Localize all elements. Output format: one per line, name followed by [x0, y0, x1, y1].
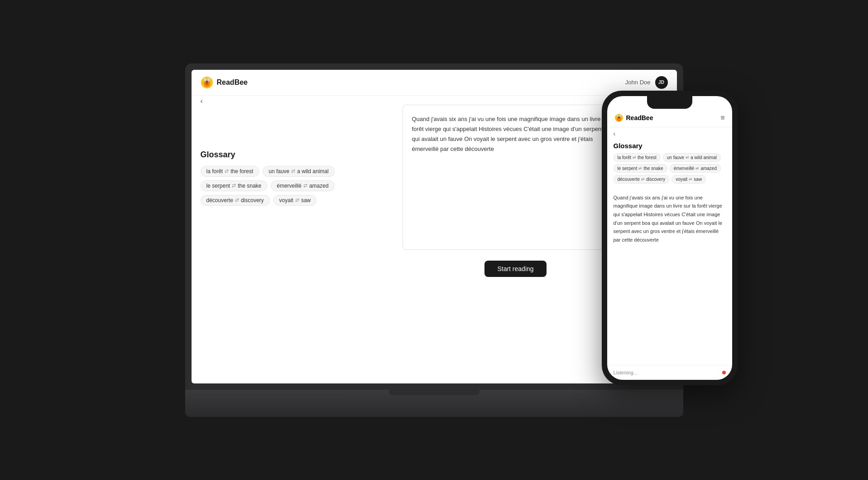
- listening-label: Listening...: [614, 370, 638, 375]
- phone-tag-en: a wild animal: [691, 155, 717, 160]
- user-avatar: JD: [655, 76, 668, 89]
- app-header: ReadBee John Doe JD: [192, 70, 677, 96]
- tag-fr: un fauve: [269, 168, 289, 175]
- bee-icon: [201, 76, 213, 89]
- tag-en: amazed: [309, 183, 329, 189]
- tag-fr: voyait: [279, 197, 293, 204]
- phone-tag-fr: la forêt: [618, 155, 632, 160]
- phone-tag-sep: ⇄: [689, 177, 692, 181]
- phone-glossary-tag[interactable]: découverte⇄discovery: [614, 175, 670, 184]
- glossary-items: la forêt⇄the forestun fauve⇄a wild anima…: [201, 166, 355, 206]
- glossary-tag[interactable]: un fauve⇄a wild animal: [263, 166, 334, 177]
- glossary-tag[interactable]: le serpent⇄the snake: [201, 180, 268, 191]
- tag-en: the snake: [238, 183, 261, 189]
- phone-tag-en: the forest: [638, 155, 657, 160]
- scene: ReadBee John Doe JD ‹ Glossary la forêt⇄…: [185, 63, 683, 417]
- phone-reading-area: Quand j'avais six ans j'ai vu une fois u…: [607, 189, 732, 365]
- glossary-tag[interactable]: émerveillé⇄amazed: [271, 180, 334, 191]
- phone-glossary-tag[interactable]: voyait⇄saw: [671, 175, 706, 184]
- tag-en: a wild animal: [297, 168, 328, 175]
- phone-reading-text: Quand j'avais six ans j'ai vu une fois u…: [614, 195, 723, 242]
- tag-en: discovery: [241, 197, 264, 204]
- glossary-title: Glossary: [201, 150, 355, 160]
- svg-rect-10: [618, 118, 620, 119]
- tag-fr: découverte: [206, 197, 233, 204]
- phone-notch: [647, 96, 692, 109]
- tag-en: saw: [301, 197, 311, 204]
- glossary-tag[interactable]: la forêt⇄the forest: [201, 166, 259, 177]
- phone-tag-en: discovery: [646, 177, 665, 182]
- phone-tag-fr: émerveillé: [674, 166, 695, 171]
- app-name-label: ReadBee: [217, 78, 248, 87]
- phone-tag-sep: ⇄: [695, 166, 699, 170]
- phone-tag-sep: ⇄: [641, 177, 645, 181]
- phone-glossary-tag[interactable]: émerveillé⇄amazed: [670, 164, 721, 173]
- tag-sep: ⇄: [303, 183, 307, 189]
- phone-tag-sep: ⇄: [638, 166, 642, 170]
- user-name: John Doe: [625, 79, 651, 86]
- reading-text: Quand j'avais six ans j'ai vu une fois u…: [412, 116, 617, 152]
- hamburger-icon[interactable]: ≡: [720, 114, 724, 122]
- listening-dot: [722, 371, 726, 374]
- app-logo: ReadBee: [201, 76, 248, 89]
- tag-sep: ⇄: [295, 197, 299, 203]
- phone-tag-fr: le serpent: [618, 166, 638, 171]
- phone-back-button[interactable]: ‹: [607, 127, 732, 140]
- phone-screen: ReadBee ≡ ‹ Glossary la forêt⇄the forest…: [607, 96, 732, 380]
- phone-tag-en: saw: [694, 177, 702, 182]
- left-panel: Glossary la forêt⇄the forestun fauve⇄a w…: [201, 105, 355, 375]
- user-info: John Doe JD: [625, 76, 668, 89]
- tag-sep: ⇄: [225, 168, 229, 174]
- glossary-tag[interactable]: voyait⇄saw: [273, 195, 317, 206]
- phone-glossary-items: la forêt⇄the forestun fauve⇄a wild anima…: [607, 153, 732, 189]
- glossary-tag[interactable]: découverte⇄discovery: [201, 195, 270, 206]
- laptop-base: [185, 390, 683, 417]
- phone-tag-fr: voyait: [676, 177, 687, 182]
- phone-glossary-tag[interactable]: un fauve⇄a wild animal: [663, 153, 721, 162]
- phone-glossary-tag[interactable]: le serpent⇄the snake: [614, 164, 667, 173]
- svg-rect-4: [206, 84, 208, 85]
- phone-logo: ReadBee: [614, 113, 653, 122]
- tag-sep: ⇄: [291, 168, 295, 174]
- tag-en: the forest: [230, 168, 253, 175]
- phone-glossary-tag[interactable]: la forêt⇄the forest: [614, 153, 661, 162]
- phone-tag-en: amazed: [700, 166, 717, 171]
- tag-sep: ⇄: [232, 183, 236, 189]
- phone-tag-sep: ⇄: [633, 155, 636, 160]
- phone-tag-fr: découverte: [618, 177, 640, 182]
- phone-app-name: ReadBee: [626, 114, 653, 121]
- phone-footer: Listening...: [607, 365, 732, 380]
- phone-tag-sep: ⇄: [686, 155, 689, 160]
- svg-rect-3: [206, 82, 208, 83]
- tag-fr: la forêt: [206, 168, 223, 175]
- tag-sep: ⇄: [235, 197, 239, 203]
- reading-box: Quand j'avais six ans j'ai vu une fois u…: [403, 105, 629, 250]
- phone-glossary-title: Glossary: [607, 140, 732, 153]
- phone: ReadBee ≡ ‹ Glossary la forêt⇄the forest…: [602, 91, 738, 385]
- phone-tag-fr: un fauve: [667, 155, 684, 160]
- start-reading-button[interactable]: Start reading: [484, 261, 546, 277]
- phone-tag-en: the snake: [643, 166, 663, 171]
- tag-fr: émerveillé: [277, 183, 302, 189]
- tag-fr: le serpent: [206, 183, 230, 189]
- phone-bee-icon: [614, 113, 623, 122]
- back-button[interactable]: ‹: [201, 97, 203, 105]
- laptop-notch: [389, 390, 480, 395]
